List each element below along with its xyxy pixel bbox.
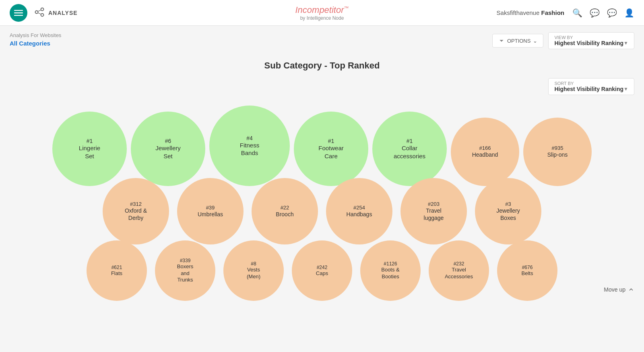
bubble-label: Umbrellas <box>198 211 223 218</box>
bubble-label: Flats <box>111 270 122 277</box>
svg-point-5 <box>41 13 44 16</box>
sort-by-value: Highest Visibility Ranking ▼ <box>554 86 628 92</box>
bubble-item[interactable]: #1126 Boots &Booties <box>360 240 421 301</box>
bubble-row-3: #621 Flats #339 BoxersandTrunks #8 Vests… <box>10 240 634 301</box>
bubble-item[interactable]: #935 Slip-ons <box>523 118 592 186</box>
bubble-row-1: #1 LingerieSet #6 JewellerySet #4 Fitnes… <box>10 106 634 186</box>
bubble-rank: #3 <box>505 201 511 207</box>
bubble-label: Collaraccessories <box>394 144 425 160</box>
bubble-row-2: #312 Oxford &Derby #39 Umbrellas #22 Bro… <box>10 178 634 244</box>
retailer-label: Saksfifthavenue Fashion <box>497 9 564 16</box>
breadcrumb-current[interactable]: All Categories <box>10 40 61 47</box>
bubble-label: BoxersandTrunks <box>177 263 193 284</box>
bubble-item[interactable]: #254 Handbags <box>326 178 392 244</box>
breadcrumb-section: Analysis For Websites All Categories <box>10 32 61 47</box>
bubble-rank: #242 <box>317 265 328 270</box>
bubble-label: Handbags <box>347 211 372 218</box>
move-up-button[interactable]: Move up <box>604 286 634 293</box>
bubble-label: Belts <box>522 270 533 277</box>
bubble-rank: #166 <box>479 145 491 151</box>
brand-name: Incompetitor™ <box>295 5 349 15</box>
bubble-rank: #8 <box>251 261 256 267</box>
bubble-rank: #1 <box>87 138 93 144</box>
page-title: Sub Category - Top Ranked <box>0 52 644 75</box>
bubble-item[interactable]: #6 JewellerySet <box>131 112 205 186</box>
bubble-item[interactable]: #39 Umbrellas <box>177 178 244 244</box>
bubble-item[interactable]: #1 LingerieSet <box>52 112 127 186</box>
bubble-label: JewelleryBoxes <box>496 207 520 222</box>
bubble-label: FitnessBands <box>240 141 259 157</box>
user-icon[interactable]: 👤 <box>624 8 634 18</box>
svg-point-3 <box>35 10 38 13</box>
header-icons: 🔍 💬 💬 👤 <box>572 8 634 18</box>
menu-button[interactable] <box>10 4 27 22</box>
svg-rect-0 <box>14 10 23 10</box>
chat-icon[interactable]: 💬 <box>590 8 600 18</box>
svg-line-7 <box>38 12 41 14</box>
header-right: Saksfifthavenue Fashion 🔍 💬 💬 👤 <box>497 8 634 18</box>
sort-by-label: SORT BY <box>554 81 628 86</box>
breadcrumb-label: Analysis For Websites <box>10 32 61 38</box>
bubble-rank: #254 <box>353 205 365 211</box>
bubble-item[interactable]: #3 JewelleryBoxes <box>475 178 541 244</box>
sort-by-dropdown[interactable]: SORT BY Highest Visibility Ranking ▼ <box>548 78 634 95</box>
bubble-item[interactable]: #312 Oxford &Derby <box>103 178 169 244</box>
sort-area: SORT BY Highest Visibility Ranking ▼ <box>0 75 644 101</box>
bubble-rank: #203 <box>428 201 440 207</box>
bubble-rank: #339 <box>180 258 191 263</box>
bubble-item[interactable]: #8 Vests(Men) <box>223 240 284 301</box>
bubble-item[interactable]: #22 Brooch <box>252 178 318 244</box>
bubble-label: TravelAccessories <box>445 267 473 280</box>
bubble-item[interactable]: #1 Collaraccessories <box>372 112 447 186</box>
header: ANALYSE Incompetitor™ by Intelligence No… <box>0 0 644 26</box>
bubble-rank: #6 <box>165 138 171 144</box>
brand: Incompetitor™ by Intelligence Node <box>295 5 349 21</box>
brand-sub: by Intelligence Node <box>295 15 349 21</box>
svg-rect-1 <box>14 12 23 13</box>
bubble-item[interactable]: #203 Travelluggage <box>400 178 467 244</box>
toolbar: Analysis For Websites All Categories OPT… <box>0 26 644 52</box>
svg-point-4 <box>41 8 44 10</box>
options-button[interactable]: OPTIONS ⌄ <box>492 34 544 48</box>
bubble-rank: #22 <box>281 205 289 211</box>
bubble-item[interactable]: #339 BoxersandTrunks <box>155 240 215 301</box>
bubble-rank: #4 <box>246 135 253 141</box>
bubble-label: LingerieSet <box>79 144 100 160</box>
bubble-rank: #935 <box>552 145 564 151</box>
bubble-label: Slip-ons <box>547 151 568 158</box>
bubble-item[interactable]: #232 TravelAccessories <box>429 240 489 301</box>
bubble-label: FootwearCare <box>318 144 344 160</box>
bubble-rank: #312 <box>130 201 142 207</box>
bubble-rank: #676 <box>522 265 533 270</box>
view-by-dropdown[interactable]: VIEW BY Highest Visibility Ranking ▼ <box>548 32 634 49</box>
bubble-item[interactable]: #242 Caps <box>292 240 352 301</box>
search-icon[interactable]: 🔍 <box>572 8 582 18</box>
bubble-item[interactable]: #166 Headband <box>451 118 519 186</box>
bubble-label: Boots &Booties <box>381 267 400 280</box>
bubble-item[interactable]: #1 FootwearCare <box>294 112 368 186</box>
view-by-label: VIEW BY <box>554 35 628 40</box>
bubble-label: Caps <box>316 270 328 277</box>
bubble-rank: #1126 <box>384 261 397 267</box>
bubble-item[interactable]: #676 Belts <box>497 240 557 301</box>
bubble-item[interactable]: #4 FitnessBands <box>209 106 290 186</box>
bubble-label: Brooch <box>276 211 293 218</box>
svg-rect-2 <box>14 15 23 16</box>
bubble-label: Oxford &Derby <box>125 207 147 222</box>
bubble-label: Headband <box>472 151 498 158</box>
bubble-label: Vests(Men) <box>247 267 260 280</box>
bubbles-area: #1 LingerieSet #6 JewellerySet #4 Fitnes… <box>0 101 644 309</box>
logo[interactable]: ANALYSE <box>34 6 78 19</box>
bubble-rank: #1 <box>328 138 334 144</box>
bubble-rank: #232 <box>454 261 464 267</box>
bubble-label: JewellerySet <box>155 144 181 160</box>
toolbar-controls: OPTIONS ⌄ VIEW BY Highest Visibility Ran… <box>492 32 634 49</box>
sort-by-chevron: ▼ <box>623 86 628 92</box>
notification-icon[interactable]: 💬 <box>607 8 617 18</box>
bubble-rank: #39 <box>206 205 215 211</box>
bubble-label: Travelluggage <box>424 207 444 222</box>
logo-icon <box>34 6 45 19</box>
bubble-item[interactable]: #621 Flats <box>87 240 147 301</box>
bubble-rank: #1 <box>407 138 413 144</box>
view-by-chevron: ▼ <box>623 40 628 46</box>
